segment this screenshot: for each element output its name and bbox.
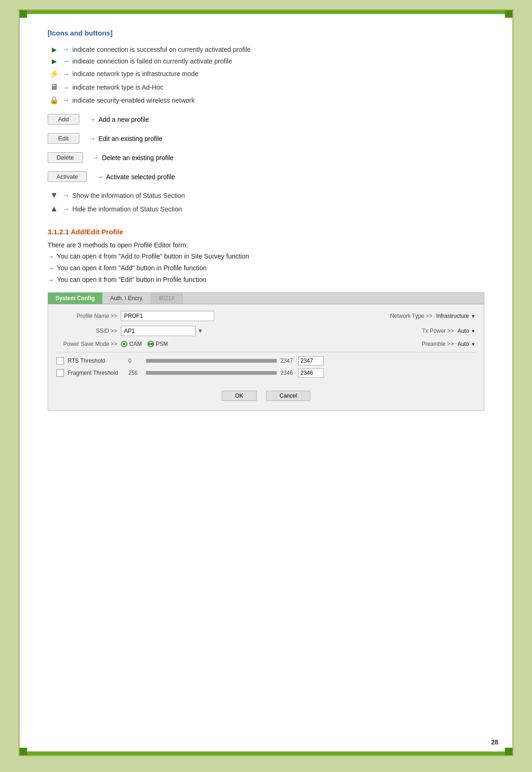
- profile-name-network-row: Profile Name >> Network Type >> Infrastr…: [56, 311, 476, 321]
- ssid-input[interactable]: [121, 326, 196, 336]
- add-button-demo[interactable]: Add: [48, 114, 79, 125]
- corner-br: [505, 748, 512, 755]
- arrow-icon: →: [63, 191, 70, 199]
- top-border: [20, 10, 512, 14]
- psm-radio-circle[interactable]: [147, 341, 154, 347]
- arrow-icon: →: [63, 57, 70, 65]
- method-3: → You can open it from "Edit" button in …: [48, 276, 484, 284]
- rts-checkbox[interactable]: [56, 357, 64, 365]
- tx-power-dropdown-icon[interactable]: ▼: [471, 329, 476, 334]
- tab-8021x[interactable]: 8021X: [151, 293, 183, 304]
- rts-slider[interactable]: [146, 359, 277, 363]
- power-save-label: Power Save Mode >>: [56, 341, 117, 347]
- arrow-icon: →: [63, 45, 70, 53]
- add-edit-section: 3.1.2.1 Add/Edit Profile There are 3 met…: [48, 228, 484, 411]
- preamble-value: Auto: [457, 341, 469, 347]
- tab-system-config[interactable]: System Config: [48, 293, 103, 304]
- icon-list-item: ▶ → indicate connection is successful on…: [48, 45, 484, 53]
- network-type-value: Infrastructure: [436, 313, 469, 319]
- method-2-text: You can open it form "Add" button in Pro…: [57, 264, 207, 272]
- edit-button-demo[interactable]: Edit: [48, 133, 79, 144]
- network-type-dropdown-icon[interactable]: ▼: [471, 314, 476, 319]
- tab-auth-encry[interactable]: Auth. \ Encry.: [103, 293, 151, 304]
- preamble-dropdown-icon[interactable]: ▼: [471, 342, 476, 347]
- network-type-group: Network Type >> Infrastructure ▼: [390, 313, 476, 319]
- arrow-icon: →: [92, 154, 99, 161]
- method-arrow-icon: →: [48, 253, 54, 260]
- rts-value-input[interactable]: [298, 356, 324, 365]
- corner-tl: [20, 10, 27, 18]
- icon-desc: indicate connection is failed on current…: [72, 57, 232, 65]
- icons-section: [Icons and buttons] ▶ → indicate connect…: [48, 29, 484, 214]
- delete-button-demo[interactable]: Delete: [48, 152, 83, 163]
- ok-button[interactable]: OK: [222, 391, 257, 401]
- cam-label: CAM: [129, 341, 142, 347]
- icon-list: ▶ → indicate connection is successful on…: [48, 45, 484, 105]
- status-icon-list: ▼ → Show the information of Status Secti…: [48, 190, 484, 214]
- rts-threshold-row: RTS Threshold 0 2347: [56, 356, 476, 365]
- cam-radio-item[interactable]: CAM: [121, 341, 142, 347]
- network-type-label: Network Type >>: [390, 313, 433, 319]
- fragment-checkbox[interactable]: [56, 369, 64, 377]
- activate-button-demo[interactable]: Activate: [48, 171, 87, 182]
- rts-max: 2347: [280, 358, 294, 364]
- icon-desc: indicate network type is infrastructure …: [72, 70, 198, 77]
- arrow-icon: →: [63, 84, 70, 91]
- fragment-label: Fragment Threshold: [68, 370, 128, 376]
- icon-desc: indicate connection is successful on cur…: [72, 46, 251, 53]
- ssid-txpower-row: SSID >> ▼ Tx Power >> Auto ▼: [56, 326, 476, 336]
- cancel-button[interactable]: Cancel: [266, 391, 310, 401]
- icon-list-item: 🔒 → indicate security-enabled wireless n…: [48, 96, 484, 105]
- method-2: → You can open it form "Add" button in P…: [48, 264, 484, 272]
- security-icon: 🔒: [48, 96, 61, 105]
- cam-radio-circle[interactable]: [121, 341, 127, 347]
- profile-tabs: System Config Auth. \ Encry. 8021X: [48, 293, 484, 304]
- tx-power-value: Auto: [457, 328, 469, 334]
- power-save-radio-group: CAM PSM: [121, 341, 168, 347]
- icon-desc: indicate security-enabled wireless netwo…: [72, 97, 195, 104]
- profile-body: Profile Name >> Network Type >> Infrastr…: [48, 304, 484, 410]
- arrow-icon: →: [63, 205, 70, 213]
- method-3-text: You can open it from "Edit" button in Pr…: [57, 276, 206, 283]
- fragment-max: 2346: [280, 370, 294, 376]
- icon-list-item: ⚡ → indicate network type is infrastruct…: [48, 69, 484, 79]
- show-status-desc: Show the information of Status Section: [72, 192, 185, 199]
- fail-icon: ▶: [48, 57, 61, 65]
- success-icon: ▶: [48, 46, 61, 53]
- status-list-item: ▼ → Show the information of Status Secti…: [48, 190, 484, 200]
- add-button-row: Add → Add a new profile: [48, 114, 484, 125]
- ssid-label: SSID >>: [56, 328, 117, 334]
- profile-action-buttons: OK Cancel: [56, 391, 476, 406]
- fragment-value-input[interactable]: [298, 368, 324, 378]
- infrastructure-icon: ⚡: [48, 69, 61, 79]
- activate-button-row: Activate → Activate selected profile: [48, 171, 484, 182]
- profile-name-label: Profile Name >>: [56, 313, 117, 319]
- bottom-border: [20, 751, 512, 755]
- delete-button-row: Delete → Delete an existing profile: [48, 152, 484, 163]
- icons-section-title: [Icons and buttons]: [48, 29, 484, 37]
- status-list-item: ▲ → Hide the information of Status Secti…: [48, 204, 484, 214]
- rts-slider-fill: [146, 359, 277, 363]
- fragment-slider-fill: [146, 371, 277, 375]
- arrow-icon: →: [96, 173, 103, 181]
- edit-button-desc: Edit an existing profile: [98, 135, 162, 142]
- ssid-dropdown-icon[interactable]: ▼: [197, 328, 203, 334]
- icon-desc: indicate network type is Ad-Hoc: [72, 84, 163, 91]
- rts-min: 0: [128, 358, 142, 364]
- corner-bl: [20, 748, 27, 755]
- arrow-icon: →: [63, 96, 70, 104]
- threshold-section: RTS Threshold 0 2347 Fragment Threshold …: [56, 352, 476, 384]
- adhoc-icon: 🖥: [48, 83, 61, 92]
- psm-radio-item[interactable]: PSM: [147, 341, 168, 347]
- profile-name-input[interactable]: [121, 311, 214, 321]
- triangle-down-icon: ▼: [48, 190, 61, 200]
- corner-tr: [505, 10, 512, 18]
- rts-label: RTS Threshold: [68, 358, 128, 364]
- preamble-group: Preamble >> Auto ▼: [422, 341, 476, 347]
- method-1: → You can open it from "Add to Profile" …: [48, 253, 484, 260]
- tx-power-label: Tx Power >>: [422, 328, 454, 334]
- hide-status-desc: Hide the information of Status Section: [72, 205, 182, 213]
- profile-editor-panel: System Config Auth. \ Encry. 8021X Profi…: [48, 292, 484, 411]
- method-arrow-icon: →: [48, 265, 54, 272]
- fragment-slider[interactable]: [146, 371, 277, 375]
